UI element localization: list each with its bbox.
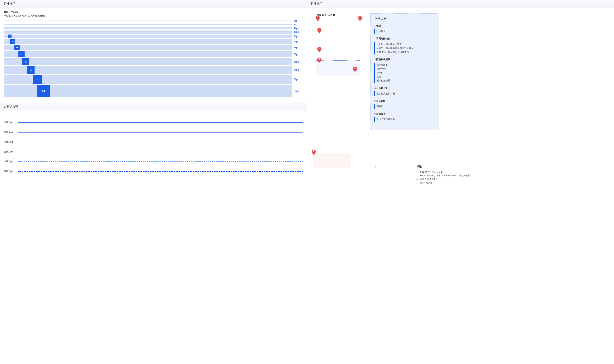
- size-chunk: 64: [37, 85, 50, 97]
- pin-number: 6: [359, 16, 360, 18]
- size-row: 6464px: [4, 85, 303, 97]
- divider-row: 实线 3px: [4, 140, 303, 144]
- size-bar: [4, 27, 292, 29]
- interact-item: 6.点击分享弹出分享弹窗界面: [374, 112, 435, 122]
- pin-number: 3: [319, 58, 320, 60]
- map-pin-icon: 3: [317, 58, 321, 63]
- size-chunk: 36: [22, 58, 29, 65]
- annot-mock-canvas: 页面编号-xx专区 561234: [317, 13, 363, 109]
- divider-line: [18, 132, 303, 132]
- size-bar: [4, 51, 292, 57]
- pin-number: 2: [319, 47, 320, 50]
- size-chunk: 40: [27, 66, 35, 74]
- size-bar: [4, 39, 292, 44]
- interact-item-body: 轮播显示: [374, 29, 435, 34]
- size-chunk: 28: [14, 45, 20, 50]
- size-bar: [4, 30, 292, 34]
- size-bar: [4, 75, 292, 84]
- size-px-label: 32px: [294, 53, 303, 56]
- interact-panel-title: 交互说明: [374, 17, 435, 21]
- divider-line: [18, 171, 303, 172]
- divider-spec-body: 实线 1px实线 2px实线 3px虚线 1px虚线 2px虚线 3px: [0, 110, 307, 184]
- size-row: 8px: [4, 23, 303, 26]
- size-row: 2828px: [4, 45, 303, 50]
- divider-line: [18, 152, 303, 152]
- interact-item-body: 到首页: [374, 104, 435, 109]
- map-pin-icon: 1: [317, 28, 321, 33]
- size-px-label: 48px: [294, 78, 303, 81]
- interact-panel: 交互说明 1.轮播轮播显示2.不同时段切换已开抢：显示本场已结束 抢购中：显示距…: [370, 13, 439, 130]
- note-title: 标题: [416, 165, 470, 168]
- interact-item: 1.轮播轮播显示: [374, 24, 435, 34]
- size-px-label: 4px: [294, 20, 303, 22]
- interact-item-body: 商品缩略图 商品名称 秒杀价 原价 剩余秒杀数量: [374, 63, 435, 83]
- size-row: 2424px: [4, 39, 303, 44]
- divider-line: [18, 161, 303, 162]
- divider-label: 实线 1px: [4, 121, 15, 124]
- interact-item-head: 5.点击返回: [374, 99, 435, 103]
- map-pin-icon: 2: [317, 47, 321, 52]
- bottom-note-region: 2 标题 1、页脚增加支付宝logo 水印; 2、titleba r用微博的，所…: [307, 140, 614, 192]
- map-pin-icon: 4: [353, 67, 357, 72]
- size-row: 16px: [4, 30, 303, 34]
- interact-item: 5.点击返回到首页: [374, 99, 435, 109]
- interact-item: 4.点击马上抢直接进入购买页面: [374, 87, 435, 96]
- pin-number: 2: [313, 150, 314, 152]
- divider-row: 虚线 3px: [4, 170, 303, 173]
- size-row: 3232px: [4, 51, 303, 57]
- interact-item: 2.不同时段切换已开抢：显示本场已结束 抢购中：显示距离本场结束剩余时间 即将开…: [374, 37, 435, 54]
- divider-label: 虚线 3px: [4, 170, 15, 173]
- size-chunk: 20: [8, 35, 12, 38]
- size-row: 3636px: [4, 58, 303, 65]
- size-row: 4040px: [4, 66, 303, 74]
- divider-row: 实线 2px: [4, 130, 303, 134]
- size-bar: [4, 21, 292, 21]
- interact-item-body: 直接进入购买页面: [374, 91, 435, 96]
- size-px-label: 28px: [294, 46, 303, 49]
- divider-line: [18, 122, 303, 123]
- divider-row: 虚线 1px: [4, 150, 303, 154]
- divider-row: 实线 1px: [4, 121, 303, 124]
- size-px-label: 24px: [294, 40, 303, 43]
- divider-spec-title: 分割线规范: [0, 103, 307, 110]
- size-chunk: 24: [10, 39, 15, 44]
- size-px-label: 16px: [294, 31, 303, 33]
- divider-label: 实线 3px: [4, 140, 15, 144]
- note-text: 1、页脚增加支付宝logo 水印; 2、titleba r用微博的，所以不需要做…: [416, 170, 470, 185]
- size-bar: [4, 66, 292, 74]
- size-row: 4848px: [4, 75, 303, 84]
- annot-page-label: 页面编号-xx专区: [317, 13, 363, 17]
- interact-item-head: 4.点击马上抢: [374, 87, 435, 90]
- divider-row: 虚线 2px: [4, 160, 303, 163]
- size-spec-body: 基础尺寸=4px 单位值为网格最小值4，且大小能被4整除。 4px8px12px…: [0, 8, 307, 103]
- size-desc-2: 单位值为网格最小值4，且大小能被4整除。: [4, 14, 303, 18]
- size-bar: [4, 24, 292, 25]
- divider-label: 虚线 1px: [4, 150, 15, 154]
- size-chunk: 48: [33, 75, 42, 84]
- interact-item: 3.商品列表展示商品缩略图 商品名称 秒杀价 原价 剩余秒杀数量: [374, 58, 435, 83]
- size-px-label: 12px: [294, 27, 303, 29]
- interact-item-head: 2.不同时段切换: [374, 37, 435, 40]
- interact-item-head: 1.轮播: [374, 24, 435, 27]
- divider-label: 实线 2px: [4, 130, 15, 134]
- size-px-label: 40px: [294, 69, 303, 71]
- interact-item-head: 6.点击分享: [374, 112, 435, 116]
- connector-line: [351, 161, 376, 167]
- size-px-label: 36px: [294, 60, 303, 63]
- size-px-label: 20px: [294, 35, 303, 38]
- interact-item-body: 弹出分享弹窗界面: [374, 117, 435, 122]
- size-desc-1: 基础尺寸=4px: [4, 10, 303, 14]
- pink-dashed-box: 2: [313, 153, 351, 168]
- map-pin-icon: 6: [358, 16, 362, 21]
- interact-item-head: 3.商品列表展示: [374, 58, 435, 61]
- size-row: 2020px: [4, 35, 303, 38]
- map-pin-icon: 2: [312, 150, 316, 155]
- interact-item-body: 已开抢：显示本场已结束 抢购中：显示距离本场结束剩余时间 即将开始：显示本场开始…: [374, 42, 435, 54]
- pin-number: 4: [354, 67, 356, 69]
- pin-number: 1: [319, 28, 320, 30]
- divider-label: 虚线 2px: [4, 160, 15, 163]
- size-row: 12px: [4, 27, 303, 29]
- size-chunk: 32: [18, 51, 25, 57]
- divider-line: [18, 142, 303, 142]
- size-bar: [4, 35, 292, 38]
